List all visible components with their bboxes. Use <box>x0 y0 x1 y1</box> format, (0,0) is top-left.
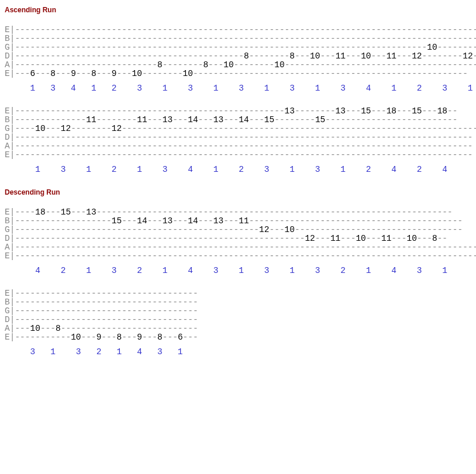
tab-staff-descending-2: E|------------------------------------ B… <box>5 289 471 342</box>
finger-row-ascending-2: 1 3 1 2 1 3 4 1 2 3 1 3 1 2 4 2 4 <box>5 165 471 174</box>
tab-staff-descending-1: E|----18---15---13----------------------… <box>5 208 471 261</box>
section-heading-ascending: Ascending Run <box>5 6 471 14</box>
section-heading-descending: Descending Run <box>5 188 471 196</box>
tab-staff-ascending-2: E|--------------------------------------… <box>5 107 471 160</box>
finger-row-ascending-1: 1 3 4 1 2 3 1 3 1 3 1 3 1 3 4 1 2 3 1 3 <box>5 84 471 93</box>
finger-row-descending-2: 3 1 3 2 1 4 3 1 <box>5 348 471 357</box>
finger-row-descending-1: 4 2 1 3 2 1 4 3 1 3 1 3 2 1 4 3 1 <box>5 267 471 275</box>
tab-staff-ascending-1: E|--------------------------------------… <box>5 26 471 78</box>
